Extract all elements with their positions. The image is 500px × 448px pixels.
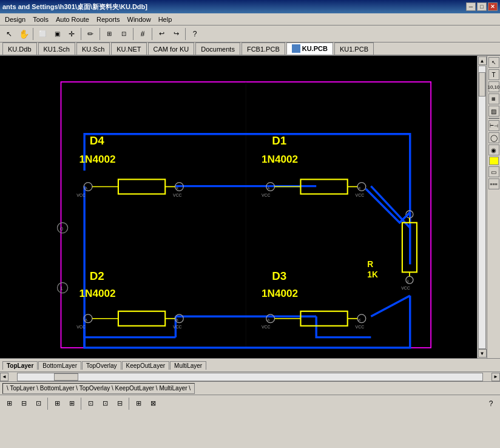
vscroll-track: [478, 66, 486, 349]
rp-rect[interactable]: ▭: [488, 166, 499, 177]
bt-tool4[interactable]: ⊡: [98, 397, 112, 410]
bottom-tab-multilayer[interactable]: MultiLayer: [170, 361, 206, 370]
svg-text:1N4002: 1N4002: [79, 287, 116, 299]
tab-ku-net[interactable]: KU.NET: [111, 42, 146, 55]
hand-tool[interactable]: ✋: [17, 27, 30, 41]
tab-ku-pcb[interactable]: KU.PCB: [286, 42, 333, 55]
rp-yellow[interactable]: [489, 157, 499, 165]
rp-text[interactable]: 10,10: [488, 81, 499, 92]
component-tool[interactable]: ⊞: [103, 27, 116, 41]
via-tool[interactable]: ⊡: [117, 27, 130, 41]
maximize-button[interactable]: □: [477, 2, 487, 11]
help-tool[interactable]: ?: [188, 27, 201, 41]
hscroll-thumb[interactable]: [54, 373, 78, 381]
rp-circle[interactable]: ◉: [488, 144, 499, 155]
rp-cursor[interactable]: ↖: [488, 57, 499, 68]
scroll-left-button[interactable]: ◄: [0, 373, 8, 381]
svg-text:R: R: [367, 260, 373, 269]
undo-tool[interactable]: ↩: [155, 27, 168, 41]
rp-sep: [488, 118, 499, 119]
svg-text:VCC: VCC: [173, 193, 182, 197]
scroll-right-button[interactable]: ►: [492, 373, 500, 381]
tab-ku1-pcb[interactable]: KU1.PCB: [334, 42, 374, 55]
menu-reports[interactable]: Reports: [93, 15, 124, 24]
tab-cam-for-ku[interactable]: CAM for KU: [148, 42, 195, 55]
bottom-tab-toplayer[interactable]: TopLayer: [2, 361, 38, 370]
main-area: D4 1N4002 A K D1 1N4002 A K: [0, 56, 500, 358]
svg-text:1N4002: 1N4002: [262, 287, 298, 299]
bt-tool1[interactable]: ⊞: [50, 397, 64, 410]
pointer-tool[interactable]: ↖: [2, 27, 16, 41]
sep3: [100, 28, 100, 40]
bt-zoom-out[interactable]: ⊟: [17, 397, 30, 410]
rp-layer[interactable]: ≡≡≡: [488, 178, 499, 189]
tab-ku1-sch[interactable]: KU1.Sch: [38, 42, 75, 55]
btsep2: [81, 398, 81, 410]
menu-design[interactable]: Design: [1, 15, 29, 24]
svg-text:D2: D2: [90, 270, 104, 282]
bt-tool3[interactable]: ⊡: [84, 397, 97, 410]
rp-grid[interactable]: ▦: [488, 93, 499, 104]
tab-ku-sch[interactable]: KU.Sch: [76, 42, 110, 55]
draw-tool[interactable]: ✏: [84, 27, 97, 41]
menu-autoroute[interactable]: Auto Route: [52, 15, 93, 24]
pcb-canvas[interactable]: D4 1N4002 A K D1 1N4002 A K: [0, 56, 487, 358]
vscroll-thumb[interactable]: [479, 72, 485, 97]
tab-fcb1-pcb[interactable]: FCB1.PCB: [242, 42, 285, 55]
status-bar: \ TopLayer \ BottomLayer \ TopOverlay \ …: [0, 381, 500, 395]
bottom-toolbar: ⊞ ⊟ ⊡ ⊞ ⊞ ⊡ ⊡ ⊟ ⊞ ⊠ ?: [0, 395, 500, 412]
scroll-down-button[interactable]: ▼: [478, 349, 487, 358]
bt-tool7[interactable]: ⊠: [146, 397, 160, 410]
svg-text:D1: D1: [272, 134, 286, 147]
tab-documents[interactable]: Documents: [195, 42, 240, 55]
rp-fill[interactable]: ▨: [488, 106, 499, 117]
svg-text:1N4002: 1N4002: [79, 153, 116, 165]
bottom-help-button[interactable]: ?: [484, 397, 498, 410]
menu-bar: Design Tools Auto Route Reports Window H…: [0, 13, 500, 25]
svg-text:0: 0: [60, 225, 63, 232]
cross-tool[interactable]: ✛: [65, 27, 78, 41]
bt-zoom-in[interactable]: ⊞: [2, 397, 16, 410]
svg-text:A: A: [85, 318, 87, 322]
bottom-tab-bottomlayer[interactable]: BottomLayer: [38, 361, 81, 370]
window-controls[interactable]: ─ □ ✕: [466, 2, 498, 11]
rp-wire[interactable]: ⊢⊣: [488, 120, 499, 131]
bt-tool6[interactable]: ⊞: [132, 397, 145, 410]
bt-fit[interactable]: ⊡: [32, 397, 45, 410]
sep1: [33, 28, 33, 40]
vertical-scrollbar[interactable]: ▲ ▼: [477, 56, 487, 358]
bottom-tab-keepout[interactable]: KeepOutLayer: [122, 361, 170, 370]
redo-tool[interactable]: ↪: [169, 27, 183, 41]
svg-text:VCC: VCC: [401, 286, 410, 290]
bt-tool2[interactable]: ⊞: [65, 397, 78, 410]
menu-help[interactable]: Help: [155, 15, 176, 24]
bottom-tab-topoverlay[interactable]: TopOverlay: [82, 361, 121, 370]
minimize-button[interactable]: ─: [466, 2, 476, 11]
svg-text:A: A: [267, 318, 269, 322]
pcb-svg: D4 1N4002 A K D1 1N4002 A K: [0, 56, 487, 358]
horizontal-scrollbar[interactable]: ◄ ►: [0, 372, 500, 381]
svg-text:VCC: VCC: [262, 193, 271, 197]
svg-text:VCC: VCC: [76, 193, 86, 197]
title-text: ants and Settings\h301\桌面\新资料夹\KU.Ddb]: [2, 2, 466, 12]
sep2: [81, 28, 81, 40]
svg-text:VCC: VCC: [173, 325, 182, 329]
svg-text:VCC: VCC: [356, 325, 365, 329]
menu-tools[interactable]: Tools: [29, 15, 52, 24]
toolbar: ↖ ✋ ⬜ ▣ ✛ ✏ ⊞ ⊡ # ↩ ↪ ?: [0, 25, 500, 42]
select-tool2[interactable]: ▣: [50, 27, 64, 41]
svg-text:VCC: VCC: [356, 193, 365, 197]
svg-text:A: A: [85, 186, 87, 190]
grid-tool[interactable]: #: [136, 27, 149, 41]
rp-route[interactable]: T: [488, 69, 499, 80]
close-button[interactable]: ✕: [488, 2, 498, 11]
scroll-up-button[interactable]: ▲: [478, 56, 487, 65]
sep6: [185, 28, 186, 40]
svg-text:K: K: [176, 186, 178, 190]
tab-ku-ddb[interactable]: KU.Ddb: [2, 42, 37, 55]
svg-text:K: K: [359, 186, 361, 190]
menu-window[interactable]: Window: [124, 15, 155, 24]
bt-tool5[interactable]: ⊟: [113, 397, 126, 410]
select-rect-tool[interactable]: ⬜: [36, 27, 49, 41]
rp-arc[interactable]: ◯: [488, 132, 499, 143]
